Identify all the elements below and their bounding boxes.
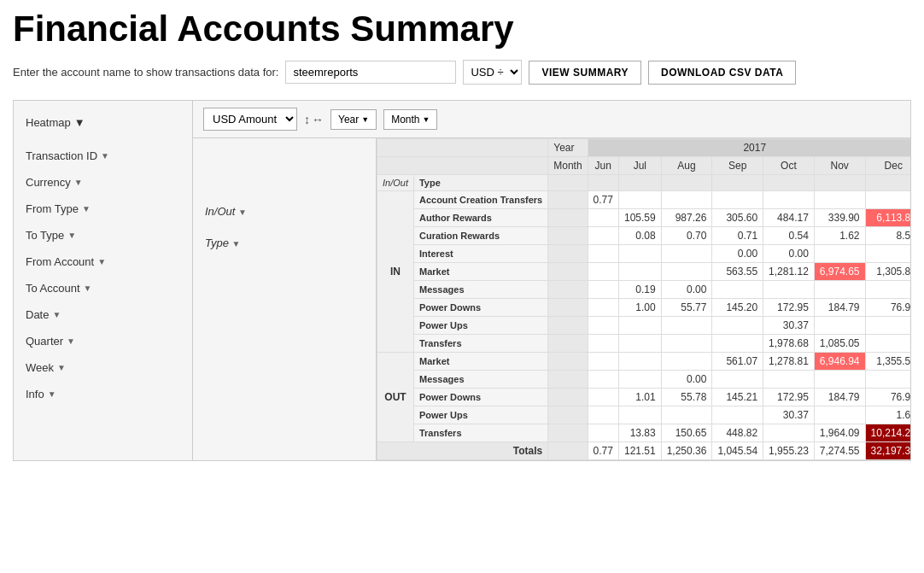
filter-transaction-id-arrow: ▼ [101,151,109,161]
totals-label-cell: Totals [377,442,548,460]
filter-week[interactable]: Week ▼ [14,354,192,381]
download-csv-button[interactable]: DOWNLOAD CSV DATA [648,61,796,85]
type-transfers-in: Transfers [413,335,547,353]
val-auth-dec: 6,113.87 [865,209,910,227]
currency-select[interactable]: USD ÷ [463,60,522,85]
val-tr-out-nov: 1,964.09 [814,424,865,442]
val-mkt-out-jan: 1,355.57 [865,353,910,371]
month-dropdown-btn[interactable]: Month ▼ [383,109,437,130]
val-pd-out-jul: 1.01 [618,389,661,406]
totals-row: Totals 0.77 121.51 1,250.36 1,045.54 1,9… [377,442,911,460]
col-aug: Aug [661,157,712,175]
val-msg-in-sep: 0.00 [661,281,712,299]
val-mkt-out-dec: 6,946.94 [814,353,865,371]
filter-to-type-label: To Type [26,229,64,242]
sub-filter-inout[interactable]: In/Out ▼ [193,198,376,225]
filter-from-account[interactable]: From Account ▼ [14,248,192,275]
table-row: Market 563.55 1,281.12 6,974.65 1,305.85… [377,263,911,281]
val-auth-oct: 484.17 [763,209,815,227]
year-dropdown-btn[interactable]: Year ▼ [330,109,377,130]
val-pd-in-dec: 76.90 [865,299,910,317]
val-int-oct: 0.00 [712,245,763,263]
header-type-col: Type [413,175,547,191]
sub-filter-type-arrow: ▼ [232,239,241,248]
heatmap-dropdown[interactable]: Heatmap ▼ [14,109,192,136]
filter-transaction-id-label: Transaction ID [26,149,97,162]
val-mkt-in-jan: 1,305.85 [865,263,910,281]
val-pd-in-aug: 55.77 [661,299,712,317]
table-row: Power Ups 30.37 30.37 [377,317,911,335]
table-row: Messages 0.19 0.00 0.19 [377,281,911,299]
sub-filter-type[interactable]: Type ▼ [193,230,376,256]
val-pd-out-sep: 145.21 [712,389,763,406]
filter-date[interactable]: Date ▼ [14,301,192,328]
filter-from-type[interactable]: From Type ▼ [14,196,192,222]
filter-to-account-arrow: ▼ [84,284,92,293]
val-tr-out-sep: 448.82 [712,424,763,442]
val-auth-nov: 339.90 [814,209,865,227]
filter-week-label: Week [26,361,54,374]
val-pd-out-aug: 55.78 [661,389,712,406]
val-tr-out-aug: 150.65 [661,424,712,442]
val-pu-in-nov: 30.37 [763,317,815,335]
val-msg-out-sep: 0.00 [661,371,712,389]
filter-from-type-arrow: ▼ [82,204,91,213]
swap-horizontal-icon[interactable]: ↔ [312,113,324,126]
val-cur-jun [588,227,618,245]
type-power-downs-in: Power Downs [413,299,547,317]
val-mkt-in-oct: 563.55 [712,263,763,281]
totals-sep: 1,045.54 [712,442,763,460]
view-summary-button[interactable]: VIEW SUMMARY [529,61,641,85]
filter-from-account-label: From Account [26,255,94,268]
val-cur-aug: 0.70 [661,227,712,245]
type-author-rewards: Author Rewards [413,209,547,227]
filter-info[interactable]: Info ▼ [14,381,192,407]
val-pd-in-oct: 172.95 [763,299,815,317]
val-auth-jul: 105.59 [618,209,661,227]
type-market-in: Market [413,263,547,281]
sub-filter-inout-arrow: ▼ [238,208,247,217]
swap-vertical-icon[interactable]: ↕ [304,113,310,126]
filter-quarter-arrow: ▼ [67,336,75,346]
val-acct-jun: 0.77 [588,191,618,209]
filter-quarter[interactable]: Quarter ▼ [14,328,192,354]
table-row: Power Downs 1.01 55.78 145.21 172.95 184… [377,389,911,406]
filter-to-account[interactable]: To Account ▼ [14,275,192,301]
val-cur-oct: 0.54 [763,227,815,245]
filter-week-arrow: ▼ [57,363,66,372]
summary-table: Year 2017 2018 Month Jun Jul [377,138,910,460]
val-mkt-out-nov: 1,278.81 [763,353,815,371]
col-dec: Dec [865,157,910,175]
type-transfers-out: Transfers [413,424,547,442]
filter-to-type[interactable]: To Type ▼ [14,222,192,248]
val-auth-sep: 305.60 [712,209,763,227]
filter-date-label: Date [26,308,49,321]
page-title: Financial Accounts Summary [13,9,911,50]
val-pd-in-jul: 1.00 [618,299,661,317]
table-row: Curation Rewards 0.08 0.70 0.71 0.54 1.6… [377,227,911,245]
table-row: IN Account Creation Transfers 0.77 [377,191,911,209]
header-sep2 [712,175,763,191]
filter-transaction-id[interactable]: Transaction ID ▼ [14,143,192,169]
totals-nov: 7,274.55 [814,442,865,460]
totals-dec: 32,197.34 [865,442,910,460]
filter-quarter-label: Quarter [26,335,63,348]
val-cur-nov: 1.62 [814,227,865,245]
account-input[interactable] [285,61,456,84]
col-jun: Jun [588,157,618,175]
header-blank2 [377,157,548,175]
filter-currency-arrow: ▼ [74,178,83,187]
val-tr-out-dec: 10,214.29 [865,424,910,442]
val-acct-sep [712,191,763,209]
heatmap-label: Heatmap [26,116,71,129]
table-row: Transfers 1,978.68 1,085.05 3,063.73 [377,335,911,353]
header-oct2 [763,175,815,191]
type-messages-in: Messages [413,281,547,299]
filter-currency[interactable]: Currency ▼ [14,169,192,196]
val-mkt-out-oct: 561.07 [712,353,763,371]
header-year-label: Year [548,139,588,157]
measure-select[interactable]: USD Amount [203,108,297,131]
month-btn-label: Month [391,114,419,126]
val-acct-oct [763,191,815,209]
filter-from-account-arrow: ▼ [97,257,106,266]
